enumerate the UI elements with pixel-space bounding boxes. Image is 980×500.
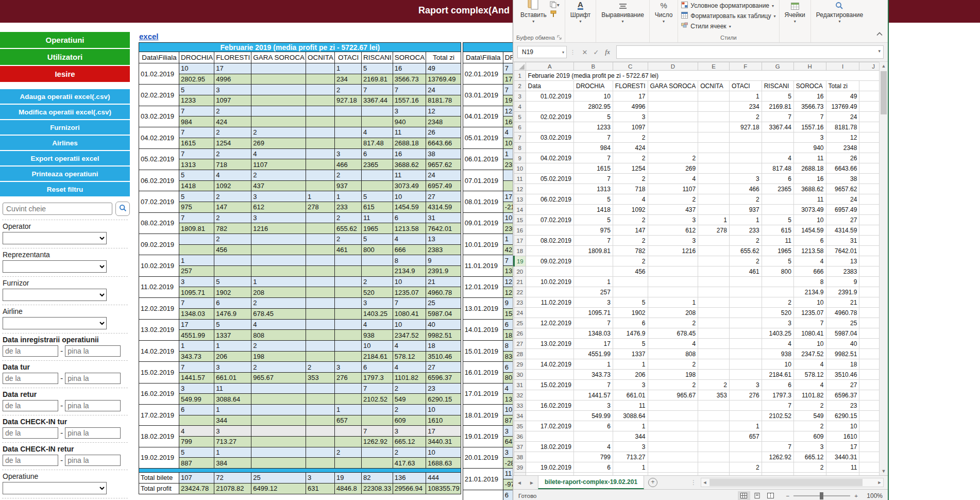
cell[interactable] xyxy=(698,246,730,256)
row-header-19[interactable]: 19 xyxy=(514,256,526,266)
cell[interactable]: 6643.66 xyxy=(826,163,859,174)
row-header-13[interactable]: 13 xyxy=(514,194,526,205)
cell[interactable]: 10 xyxy=(762,359,793,370)
furnizor-select[interactable] xyxy=(3,289,107,301)
cell[interactable]: 4960.78 xyxy=(826,308,859,318)
cell[interactable] xyxy=(729,132,762,143)
cell[interactable] xyxy=(729,401,762,411)
cell[interactable] xyxy=(648,132,698,143)
cell[interactable] xyxy=(648,401,698,411)
sheet-next-icon[interactable]: ► xyxy=(526,476,538,489)
cell[interactable]: 2 xyxy=(648,380,698,390)
select-all-corner[interactable] xyxy=(514,62,526,71)
cell[interactable]: 2 xyxy=(648,194,698,205)
cell[interactable] xyxy=(698,184,730,194)
column-header-i[interactable]: I xyxy=(826,62,859,71)
cell[interactable]: 461 xyxy=(729,266,762,277)
row-header-33[interactable]: 33 xyxy=(514,401,526,411)
cell[interactable]: 5 xyxy=(613,297,648,308)
cell[interactable] xyxy=(698,297,730,308)
data-retur-to-input[interactable] xyxy=(65,400,121,411)
cell[interactable]: 21 xyxy=(826,297,859,308)
cell[interactable]: 3073.49 xyxy=(793,205,826,215)
cell[interactable]: 1797.3 xyxy=(762,390,793,401)
cell[interactable]: 6 xyxy=(574,462,613,473)
cell[interactable]: 2102.52 xyxy=(762,411,793,421)
cell[interactable]: 16 xyxy=(793,174,826,184)
cell[interactable]: 257 xyxy=(574,287,613,297)
cell[interactable]: 10 xyxy=(826,421,859,431)
cell[interactable]: 965.67 xyxy=(648,390,698,401)
cell[interactable] xyxy=(698,370,730,380)
cell[interactable]: 04.02.2019 xyxy=(526,153,573,163)
cell[interactable]: 666 xyxy=(793,266,826,277)
cell[interactable] xyxy=(526,266,573,277)
zoom-slider[interactable] xyxy=(793,495,850,496)
cell[interactable]: 5 xyxy=(762,215,793,225)
cell[interactable]: 2391.9 xyxy=(826,287,859,297)
cell[interactable]: 808 xyxy=(648,349,698,359)
cell[interactable]: 2 xyxy=(793,462,826,473)
cell[interactable]: 3 xyxy=(793,132,826,143)
cell[interactable]: 4 xyxy=(613,194,648,205)
add-sheet-icon[interactable]: + xyxy=(648,478,657,487)
cell[interactable]: 27 xyxy=(826,215,859,225)
editing-button[interactable]: Редактирование ▾ xyxy=(814,0,865,24)
cell[interactable]: 05.02.2019 xyxy=(526,174,573,184)
cell[interactable]: 1092 xyxy=(613,205,648,215)
cell[interactable]: 1454.59 xyxy=(793,225,826,236)
cell[interactable]: 198 xyxy=(648,370,698,380)
cell[interactable]: 549 xyxy=(793,411,826,421)
scroll-down-icon[interactable]: ▼ xyxy=(880,467,888,475)
cell[interactable] xyxy=(729,442,762,452)
row-header-14[interactable]: 14 xyxy=(514,205,526,215)
cell[interactable]: 2 xyxy=(613,256,648,266)
column-header-a[interactable]: A xyxy=(526,62,573,71)
cell[interactable] xyxy=(698,349,730,359)
row-header-22[interactable]: 22 xyxy=(514,287,526,297)
cell[interactable]: 1080.41 xyxy=(793,328,826,339)
cell[interactable] xyxy=(526,225,573,236)
cell[interactable]: 984 xyxy=(574,143,613,153)
cell[interactable]: 5 xyxy=(762,91,793,102)
cell[interactable]: 799 xyxy=(574,452,613,462)
cell[interactable]: 2169.81 xyxy=(762,102,793,112)
cell[interactable]: 3 xyxy=(762,318,793,328)
cell[interactable]: 1107 xyxy=(648,184,698,194)
cell[interactable]: 1337 xyxy=(613,349,648,359)
cell[interactable]: 12.02.2019 xyxy=(526,318,573,328)
cell[interactable]: 7 xyxy=(574,153,613,163)
cell[interactable]: 7 xyxy=(574,174,613,184)
row-header-32[interactable]: 32 xyxy=(514,390,526,401)
cell[interactable]: 343.73 xyxy=(574,370,613,380)
cell[interactable] xyxy=(698,174,730,184)
cell[interactable]: 2 xyxy=(648,359,698,370)
cell[interactable]: 927.18 xyxy=(729,122,762,132)
cell[interactable]: 2 xyxy=(729,194,762,205)
action-button-reset-filtru[interactable]: Reset filtru xyxy=(0,182,130,196)
cell[interactable] xyxy=(762,431,793,442)
cell[interactable]: 11 xyxy=(793,153,826,163)
cell[interactable]: 1 xyxy=(574,359,613,370)
cell[interactable]: 2348 xyxy=(826,143,859,153)
cell[interactable] xyxy=(762,194,793,205)
cell[interactable]: 1235.07 xyxy=(793,308,826,318)
number-button[interactable]: % Число ▾ xyxy=(653,0,675,24)
row-header-2[interactable]: 2 xyxy=(514,81,526,91)
cell[interactable]: 03.02.2019 xyxy=(526,132,573,143)
cell[interactable]: 1 xyxy=(613,462,648,473)
cell[interactable]: 5987.04 xyxy=(826,328,859,339)
cell[interactable]: 5 xyxy=(574,112,613,122)
copy-icon[interactable]: ▾ xyxy=(550,0,560,9)
cell[interactable]: 6 xyxy=(793,236,826,246)
row-header-34[interactable]: 34 xyxy=(514,411,526,421)
cell[interactable]: 1 xyxy=(574,277,613,287)
cell[interactable]: 3 xyxy=(613,112,648,122)
cell[interactable]: 269 xyxy=(648,163,698,174)
cell[interactable] xyxy=(574,256,613,266)
cell[interactable]: RISCANI xyxy=(762,81,793,91)
format-as-table-button[interactable]: Форматировать как таблицу ▾ xyxy=(681,11,775,21)
cell[interactable] xyxy=(698,112,730,122)
cell[interactable] xyxy=(729,277,762,287)
cell[interactable] xyxy=(762,132,793,143)
